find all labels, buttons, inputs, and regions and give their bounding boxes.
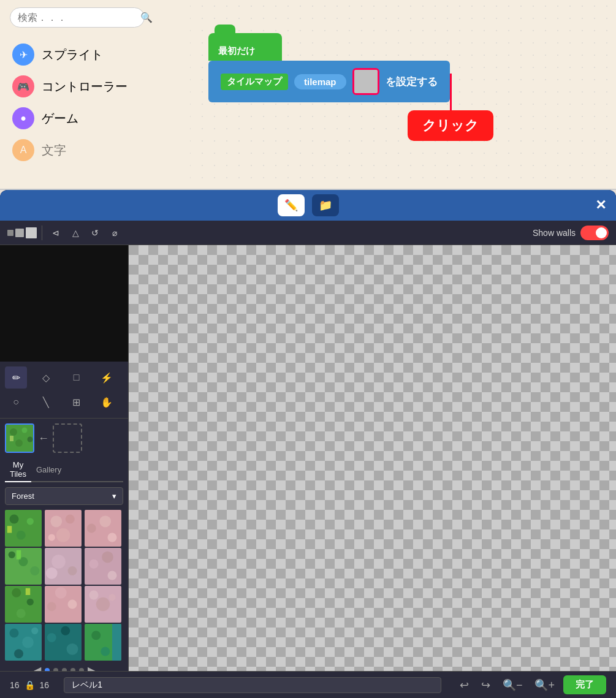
block-tile-input[interactable] [352, 68, 379, 95]
svg-point-30 [89, 560, 99, 569]
canvas-area[interactable] [129, 245, 616, 671]
grid-tool[interactable]: ⊞ [66, 391, 88, 413]
svg-point-45 [108, 594, 115, 601]
rect-tool[interactable]: □ [66, 366, 88, 389]
svg-point-8 [27, 518, 34, 525]
block-input-tilemap: tilemap [294, 74, 346, 89]
svg-point-53 [61, 626, 70, 635]
tile-cell-7[interactable] [5, 586, 42, 623]
zoom-out-button[interactable]: 🔍− [499, 676, 527, 694]
search-input[interactable] [18, 12, 140, 23]
toolbar: ⊲ △ ↺ ⌀ Show walls [0, 221, 616, 245]
svg-point-27 [68, 566, 77, 575]
flip-h-icon[interactable]: ⊲ [47, 224, 64, 241]
svg-point-21 [9, 552, 15, 558]
svg-point-28 [46, 567, 58, 579]
flip-v-icon[interactable]: △ [67, 224, 84, 241]
size-medium [15, 229, 24, 237]
search-bar[interactable]: 🔍 [10, 7, 145, 28]
page-dot-2[interactable] [53, 668, 58, 672]
fill-tool[interactable]: ◇ [35, 366, 57, 389]
size-large [26, 227, 37, 238]
pencil-tool-button[interactable]: ✏️ [278, 194, 305, 216]
svg-rect-63 [129, 245, 616, 671]
blocks-area: 最初だけ タイルマップ tilemap を設定する クリック [190, 0, 616, 189]
folder-button[interactable]: 📁 [312, 194, 339, 216]
next-page-button[interactable]: ▶ [88, 664, 95, 671]
prev-page-button[interactable]: ◀ [34, 664, 41, 671]
pencil-draw-tool[interactable]: ✏ [5, 366, 27, 389]
tile-cell-9[interactable] [85, 586, 121, 623]
level-name-input[interactable] [64, 677, 441, 693]
tiles-section: ← MyTiles Gallery Forest ▾ [0, 419, 128, 671]
page-dot-4[interactable] [70, 668, 75, 672]
tile-cell-5[interactable] [45, 548, 82, 585]
tab-my-tiles[interactable]: MyTiles [5, 458, 31, 482]
dropdown-arrow-icon: ▾ [112, 491, 116, 501]
selected-tile[interactable] [5, 423, 34, 453]
svg-rect-24 [17, 550, 21, 560]
sidebar-item-controller[interactable]: 🎮 コントローラー [10, 70, 180, 102]
svg-point-13 [66, 515, 75, 524]
page-dot-1[interactable] [45, 668, 50, 672]
pencil-icon: ✏️ [284, 199, 298, 212]
rotate-icon[interactable]: ↺ [86, 224, 104, 241]
controller-label: コントローラー [42, 78, 127, 95]
sidebar-item-game[interactable]: ● ゲーム [10, 102, 180, 134]
left-panel: ✏ ◇ □ ⚡ ○ ╲ ⊞ ✋ [0, 245, 129, 671]
close-button[interactable]: ✕ [595, 197, 606, 213]
svg-point-12 [50, 515, 62, 527]
tile-cell-2[interactable] [45, 510, 82, 547]
page-dot-3[interactable] [62, 668, 67, 672]
svg-point-50 [31, 628, 38, 634]
selected-tile-preview [6, 425, 34, 453]
tab-gallery[interactable]: Gallery [31, 458, 66, 482]
folder-icon: 📁 [319, 199, 332, 212]
tile-cell-1[interactable] [5, 510, 42, 547]
game-icon: ● [12, 107, 34, 129]
circle-tool[interactable]: ○ [5, 391, 27, 413]
pan-tool[interactable]: ✋ [96, 391, 118, 413]
tile-cell-10[interactable] [5, 624, 42, 661]
tile-cell-8[interactable] [45, 586, 82, 623]
svg-point-40 [47, 602, 56, 611]
text-label: 文字 [42, 142, 66, 159]
tile-cell-6[interactable] [85, 548, 121, 585]
svg-point-3 [15, 439, 23, 447]
flip-icon2[interactable]: ⌀ [106, 224, 123, 241]
svg-point-4 [28, 437, 33, 442]
show-walls-label: Show walls [533, 228, 576, 238]
toolbar-divider-1 [42, 226, 42, 240]
show-walls-toggle[interactable] [580, 226, 609, 240]
svg-point-7 [10, 515, 19, 524]
svg-rect-10 [7, 526, 12, 533]
line-tool[interactable]: ╲ [35, 391, 57, 413]
svg-point-52 [47, 633, 56, 642]
tile-grid [5, 510, 123, 661]
tile-cell-3[interactable] [85, 510, 121, 547]
svg-point-34 [12, 588, 21, 597]
tiles-tabs: MyTiles Gallery [5, 458, 123, 482]
svg-point-32 [108, 571, 117, 580]
lock-icon: 🔒 [25, 680, 35, 690]
click-indicator-button[interactable]: クリック [408, 110, 493, 141]
tile-cell-4[interactable] [5, 548, 42, 585]
tilemap-editor: ✏️ 📁 ✕ ⊲ △ ↺ ⌀ Show walls [0, 190, 616, 698]
fill-color-tool[interactable]: ⚡ [96, 366, 118, 389]
zoom-in-button[interactable]: 🔍+ [531, 676, 558, 694]
svg-point-54 [67, 643, 78, 655]
status-actions: ↩ ↪ 🔍− 🔍+ 完了 [456, 675, 606, 694]
undo-button[interactable]: ↩ [456, 676, 473, 694]
tile-cell-12[interactable] [85, 624, 121, 661]
redo-button[interactable]: ↪ [477, 676, 494, 694]
svg-point-58 [101, 647, 110, 656]
page-dot-5[interactable] [79, 668, 84, 672]
gallery-dropdown[interactable]: Forest ▾ [5, 487, 123, 505]
tile-cell-11[interactable] [45, 624, 82, 661]
svg-rect-5 [10, 436, 13, 441]
done-button[interactable]: 完了 [563, 675, 606, 694]
sidebar-item-text[interactable]: A 文字 [10, 134, 180, 166]
empty-tile-slot[interactable] [53, 423, 82, 453]
sidebar-item-sprite[interactable]: ✈ スプライト [10, 39, 180, 70]
svg-point-48 [22, 637, 34, 648]
